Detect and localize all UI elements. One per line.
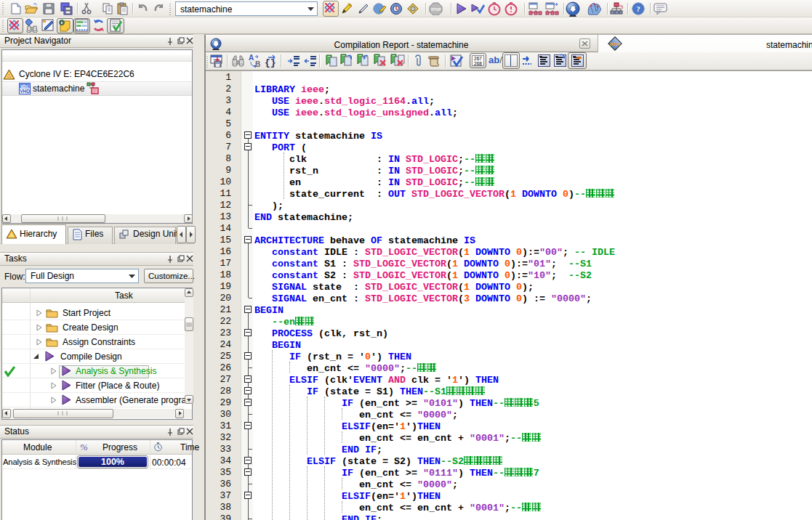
svg-text:VHD: VHD [20, 89, 30, 94]
svg-text:A: A [249, 54, 254, 62]
svg-text:{}: {} [265, 57, 276, 68]
svg-text:B: B [255, 60, 260, 68]
svg-text:STOP: STOP [431, 7, 441, 12]
svg-text:abc: abc [610, 41, 620, 47]
svg-text:?: ? [636, 4, 640, 13]
svg-text:abc: abc [20, 84, 29, 89]
